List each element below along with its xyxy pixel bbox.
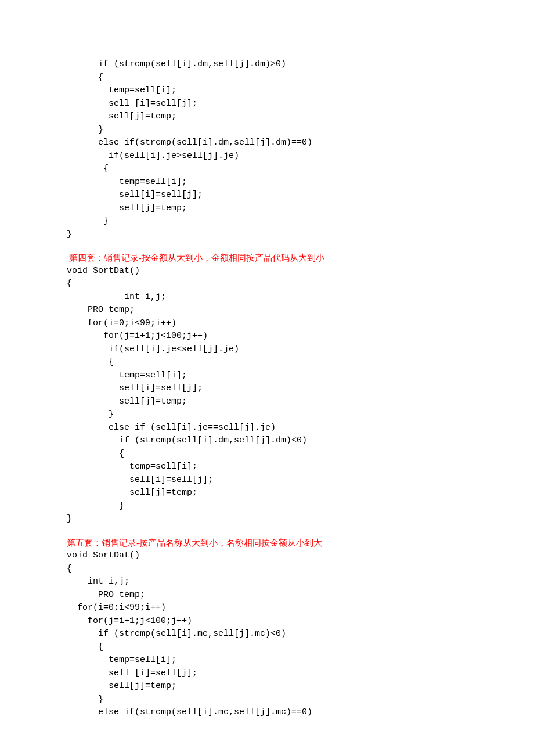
- code-section-2: 第四套：销售记录-按金额从大到小，金额相同按产品代码从大到小 void Sort…: [67, 251, 467, 526]
- code-block-2: void SortDat() { int i,j; PRO temp; for(…: [67, 265, 467, 526]
- section-2-heading: 第四套：销售记录-按金额从大到小，金额相同按产品代码从大到小: [67, 251, 467, 265]
- code-section-1: if (strcmp(sell[i].dm,sell[j].dm)>0) { t…: [67, 58, 467, 241]
- code-section-3: 第五套：销售记录-按产品名称从大到小，名称相同按金额从小到大 void Sort…: [67, 537, 467, 719]
- code-block-1: if (strcmp(sell[i].dm,sell[j].dm)>0) { t…: [67, 58, 467, 241]
- code-block-3: void SortDat() { int i,j; PRO temp; for(…: [67, 549, 467, 719]
- section-3-heading: 第五套：销售记录-按产品名称从大到小，名称相同按金额从小到大: [67, 537, 467, 550]
